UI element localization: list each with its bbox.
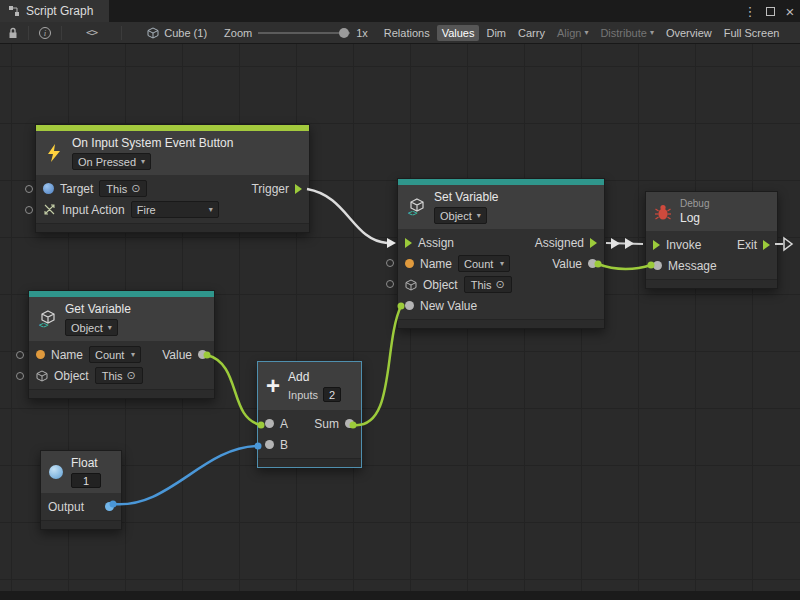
node-set-variable[interactable]: <> Set Variable Object ▾ Assign Assigned… xyxy=(397,178,605,329)
node-title: Log xyxy=(680,211,709,225)
object-this-chip[interactable]: This ⊙ xyxy=(464,276,512,293)
inputs-count-field[interactable]: 2 xyxy=(323,387,341,402)
tab-title: Script Graph xyxy=(26,4,93,18)
relations-button[interactable]: Relations xyxy=(379,25,435,41)
output-row: Output xyxy=(41,496,121,517)
new-value-input-port[interactable] xyxy=(405,301,414,310)
inspect-button[interactable]: i xyxy=(36,24,54,42)
window-close-button[interactable]: × xyxy=(780,0,800,22)
a-input-port[interactable] xyxy=(265,419,274,428)
values-button[interactable]: Values xyxy=(437,25,480,41)
name-row: Name Count ▾ Value xyxy=(29,344,214,365)
float-icon xyxy=(49,465,63,479)
node-header[interactable]: + Add Inputs 2 xyxy=(258,362,361,410)
zoom-value: 1x xyxy=(356,27,368,39)
name-input-port[interactable] xyxy=(405,259,414,268)
node-header[interactable]: <> Set Variable Object ▾ xyxy=(398,185,604,229)
distribute-button[interactable]: Distribute ▾ xyxy=(595,25,658,41)
overview-button[interactable]: Overview xyxy=(661,25,717,41)
a-sum-row: A Sum xyxy=(258,413,361,434)
node-header[interactable]: On Input System Event Button On Pressed … xyxy=(36,131,309,175)
node-debug-log[interactable]: Debug Log Invoke Exit Message xyxy=(645,191,778,289)
node-add[interactable]: + Add Inputs 2 A Sum B xyxy=(257,361,362,468)
object-this-chip[interactable]: This ⊙ xyxy=(95,367,143,384)
target-this-chip[interactable]: This ⊙ xyxy=(99,180,147,197)
name-input-port[interactable] xyxy=(36,350,45,359)
chevron-down-icon: ▾ xyxy=(141,157,145,166)
name-row: Name Count ▾ Value xyxy=(398,253,604,274)
titlebar-spacer xyxy=(109,0,740,22)
assigned-output-port[interactable] xyxy=(590,238,597,248)
chevron-down-icon: ▾ xyxy=(131,350,135,359)
gameobject-icon xyxy=(43,183,54,194)
value-label: Value xyxy=(162,348,192,362)
node-header[interactable]: <> Get Variable Object ▾ xyxy=(29,297,214,341)
zoom-label: Zoom xyxy=(224,27,252,39)
b-input-port[interactable] xyxy=(265,440,274,449)
sum-output-port[interactable] xyxy=(345,419,354,428)
zoom-slider[interactable] xyxy=(258,32,350,34)
value-output-port[interactable] xyxy=(588,259,597,268)
get-object-outer-port[interactable] xyxy=(16,372,24,380)
node-footer xyxy=(398,319,604,328)
tab-script-graph[interactable]: Script Graph xyxy=(0,0,109,22)
invoke-input-port[interactable] xyxy=(653,240,660,250)
info-icon: i xyxy=(39,27,51,39)
window-bottom-edge xyxy=(0,591,800,600)
window-maximize-button[interactable] xyxy=(760,0,780,22)
wire-getvalue-a xyxy=(207,355,261,425)
graph-target[interactable]: Cube (1) xyxy=(147,27,207,39)
carry-button[interactable]: Carry xyxy=(513,25,550,41)
node-category: Debug xyxy=(680,198,709,209)
input-action-dropdown[interactable]: Fire ▾ xyxy=(131,201,219,218)
node-footer xyxy=(36,223,309,232)
set-object-outer-port[interactable] xyxy=(386,280,394,288)
output-port[interactable] xyxy=(105,502,114,511)
node-on-input-system-event-button[interactable]: On Input System Event Button On Pressed … xyxy=(35,124,310,233)
new-value-label: New Value xyxy=(420,299,477,313)
input-action-row: Input Action Fire ▾ xyxy=(36,199,309,220)
node-header[interactable]: Float 1 xyxy=(41,451,121,493)
wire-arrowhead-icon xyxy=(625,238,634,249)
variable-kind-dropdown[interactable]: Object ▾ xyxy=(65,319,118,336)
bug-icon xyxy=(654,203,672,221)
target-outer-port[interactable] xyxy=(25,185,33,193)
window-menu-button[interactable]: ⋮ xyxy=(740,0,760,22)
variable-name-dropdown[interactable]: Count ▾ xyxy=(89,346,141,363)
toolbar-divider xyxy=(61,26,62,40)
align-button[interactable]: Align ▾ xyxy=(552,25,593,41)
name-label: Name xyxy=(420,257,452,271)
variable-kind-dropdown[interactable]: Object ▾ xyxy=(434,207,487,224)
assigned-label: Assigned xyxy=(535,236,584,250)
object-row: Object This ⊙ xyxy=(398,274,604,295)
dim-button[interactable]: Dim xyxy=(481,25,511,41)
variable-name-dropdown[interactable]: Count ▾ xyxy=(458,255,510,272)
on-pressed-dropdown[interactable]: On Pressed ▾ xyxy=(72,153,151,170)
node-float-literal[interactable]: Float 1 Output xyxy=(40,450,122,530)
message-input-port[interactable] xyxy=(653,261,662,270)
set-name-outer-port[interactable] xyxy=(386,259,394,267)
value-output-port[interactable] xyxy=(198,350,207,359)
float-value-field[interactable]: 1 xyxy=(71,473,101,488)
cube-icon xyxy=(405,279,417,291)
get-name-outer-port[interactable] xyxy=(16,351,24,359)
exit-output-port[interactable] xyxy=(763,240,770,250)
input-action-outer-port[interactable] xyxy=(25,206,33,214)
assign-input-port[interactable] xyxy=(405,238,412,248)
plus-icon: + xyxy=(266,376,280,396)
edit-code-button[interactable]: <> xyxy=(83,24,100,42)
script-graph-icon xyxy=(8,5,20,17)
node-title: Add xyxy=(288,370,341,384)
trigger-label: Trigger xyxy=(251,182,289,196)
invoke-label: Invoke xyxy=(666,238,701,252)
lock-button[interactable] xyxy=(5,24,21,42)
zoom-slider-handle[interactable] xyxy=(339,28,349,38)
node-get-variable[interactable]: <> Get Variable Object ▾ Name Count ▾ Va… xyxy=(28,290,215,399)
trigger-output-port[interactable] xyxy=(295,184,302,194)
full-screen-button[interactable]: Full Screen xyxy=(719,25,785,41)
message-label: Message xyxy=(668,259,717,273)
node-header[interactable]: Debug Log xyxy=(646,192,777,231)
chevron-down-icon: ▾ xyxy=(108,323,112,332)
graph-toolbar: i <> Cube (1) Zoom 1x Relations Values D… xyxy=(0,22,800,44)
graph-canvas[interactable]: On Input System Event Button On Pressed … xyxy=(0,44,800,600)
